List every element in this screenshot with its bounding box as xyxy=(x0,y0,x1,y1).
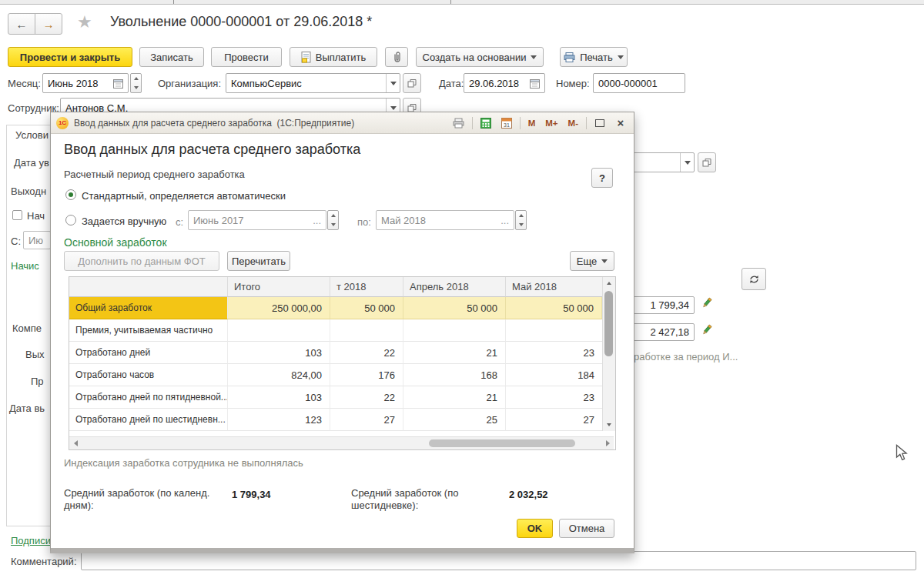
cell[interactable]: 50 000 xyxy=(330,297,403,319)
forward-button[interactable]: → xyxy=(35,13,62,35)
reread-button[interactable]: Перечитать xyxy=(227,251,290,271)
comment-field[interactable] xyxy=(81,551,916,570)
scroll-left-icon[interactable] xyxy=(69,437,82,449)
memory-minus-button[interactable]: M- xyxy=(566,119,581,128)
print-preview-icon[interactable] xyxy=(451,115,467,130)
row-label[interactable]: Отработано дней xyxy=(69,342,228,364)
tab-conditions[interactable]: Услови xyxy=(12,129,52,141)
cell[interactable] xyxy=(330,319,403,342)
scroll-up-icon[interactable] xyxy=(603,277,615,289)
cell[interactable]: 22 xyxy=(330,386,403,409)
month-stepper[interactable] xyxy=(130,73,142,93)
calendar-icon[interactable] xyxy=(530,79,540,89)
horizontal-scroll-thumb[interactable] xyxy=(429,439,575,447)
table-vertical-scrollbar[interactable] xyxy=(602,277,615,431)
from-field[interactable]: Ию xyxy=(23,231,51,249)
cell[interactable]: 27 xyxy=(330,409,403,431)
scroll-down-icon[interactable] xyxy=(603,419,615,431)
cancel-button[interactable]: Отмена xyxy=(559,519,614,538)
create-based-on-button[interactable]: Создать на основании xyxy=(416,47,544,67)
cell[interactable]: 50 000 xyxy=(506,297,602,319)
number-field[interactable]: 0000-000001 xyxy=(593,73,685,93)
table-row[interactable]: Отработано дней по пятидневной... 103 22… xyxy=(69,386,615,409)
table-row[interactable]: Отработано часов 824,00 176 168 184 xyxy=(69,364,615,386)
cell[interactable]: 184 xyxy=(506,364,602,386)
col-header-may2018[interactable]: Май 2018 xyxy=(506,277,602,297)
date-field[interactable]: 29.06.2018 xyxy=(464,73,545,93)
col-header[interactable] xyxy=(69,277,228,297)
scroll-right-icon[interactable] xyxy=(601,437,614,449)
row-label[interactable]: Отработано дней по пятидневной... xyxy=(69,386,228,409)
ok-button[interactable]: OK xyxy=(517,519,553,538)
pay-button[interactable]: Выплатить xyxy=(290,47,377,67)
organization-field[interactable]: КомпьюСервис xyxy=(226,73,400,93)
start-checkbox[interactable] xyxy=(12,210,22,220)
chevron-down-icon[interactable] xyxy=(386,74,400,92)
calendar-31-icon[interactable]: 31 xyxy=(499,115,514,130)
maximize-icon[interactable] xyxy=(592,115,608,130)
signatures-link[interactable]: Подписи xyxy=(11,535,51,546)
table-horizontal-scrollbar[interactable] xyxy=(69,436,614,449)
cell[interactable]: 103 xyxy=(228,386,330,409)
post-button[interactable]: Провести xyxy=(211,47,282,67)
period-to-field[interactable]: Май 2018 ... xyxy=(376,210,514,230)
col-header-mar2018[interactable]: т 2018 xyxy=(330,277,403,297)
cell[interactable]: 123 xyxy=(228,409,330,431)
table-row[interactable]: Отработано дней по шестидневн... 123 27 … xyxy=(69,409,615,431)
period-to-stepper[interactable] xyxy=(515,210,527,230)
radio-standard[interactable] xyxy=(65,189,76,200)
more-button[interactable]: Еще xyxy=(570,251,614,271)
memory-button[interactable]: M xyxy=(526,119,538,128)
calendar-icon[interactable] xyxy=(113,79,123,89)
organization-open-button[interactable] xyxy=(403,73,421,93)
row-label[interactable]: Отработано часов xyxy=(69,364,228,386)
cell[interactable]: 250 000,00 xyxy=(228,297,330,319)
refresh-button[interactable] xyxy=(742,268,766,290)
cell[interactable]: 103 xyxy=(228,342,330,364)
fill-from-fot-button[interactable]: Дополнить по данным ФОТ xyxy=(64,251,219,271)
calculator-icon[interactable] xyxy=(478,115,494,130)
cell[interactable]: 21 xyxy=(403,342,506,364)
chevron-down-icon[interactable] xyxy=(680,153,694,172)
edit-pencil-icon[interactable] xyxy=(700,323,713,339)
cell[interactable]: 21 xyxy=(403,386,506,409)
choose-button[interactable]: ... xyxy=(500,215,509,226)
col-header-total[interactable]: Итого xyxy=(228,277,330,297)
row-label[interactable]: Премия, учитываемая частично xyxy=(69,319,228,342)
month-field[interactable]: Июнь 2018 xyxy=(42,73,129,93)
help-button[interactable]: ? xyxy=(591,168,613,188)
cell[interactable]: 168 xyxy=(403,364,506,386)
close-icon[interactable]: × xyxy=(613,115,628,130)
background-open-button[interactable] xyxy=(698,152,716,172)
save-button[interactable]: Записать xyxy=(139,47,204,67)
cell[interactable] xyxy=(228,319,330,342)
choose-button[interactable]: ... xyxy=(313,215,321,226)
star-icon[interactable]: ★ xyxy=(77,12,92,32)
radio-manual[interactable] xyxy=(65,215,76,226)
col-header-apr2018[interactable]: Апрель 2018 xyxy=(403,277,506,297)
cell[interactable]: 25 xyxy=(403,409,506,431)
memory-plus-button[interactable]: M+ xyxy=(543,119,560,128)
period-from-field[interactable]: Июнь 2017 ... xyxy=(188,210,326,230)
print-button[interactable]: Печать xyxy=(560,47,628,67)
row-label[interactable]: Общий заработок xyxy=(69,297,228,319)
cell[interactable]: 23 xyxy=(506,342,602,364)
row-label[interactable]: Отработано дней по шестидневн... xyxy=(69,409,228,431)
cell[interactable] xyxy=(403,319,506,342)
cell[interactable]: 27 xyxy=(506,409,602,431)
dialog-titlebar[interactable]: 1С Ввод данных для расчета среднего зара… xyxy=(51,112,634,134)
cell[interactable]: 824,00 xyxy=(228,364,330,386)
cell[interactable]: 176 xyxy=(330,364,403,386)
table-row-selected[interactable]: Общий заработок 250 000,00 50 000 50 000… xyxy=(69,297,615,319)
table-row[interactable]: Отработано дней 103 22 21 23 xyxy=(69,342,615,364)
attachments-button[interactable] xyxy=(385,47,408,67)
table-row[interactable]: Премия, учитываемая частично xyxy=(69,319,615,342)
vertical-scroll-thumb[interactable] xyxy=(604,291,613,356)
post-and-close-button[interactable]: Провести и закрыть xyxy=(8,47,132,67)
period-from-stepper[interactable] xyxy=(327,210,339,230)
back-button[interactable]: ← xyxy=(8,13,35,35)
cell[interactable] xyxy=(506,319,602,342)
edit-pencil-icon[interactable] xyxy=(700,296,713,312)
cell[interactable]: 23 xyxy=(506,386,602,409)
cell[interactable]: 50 000 xyxy=(403,297,506,319)
